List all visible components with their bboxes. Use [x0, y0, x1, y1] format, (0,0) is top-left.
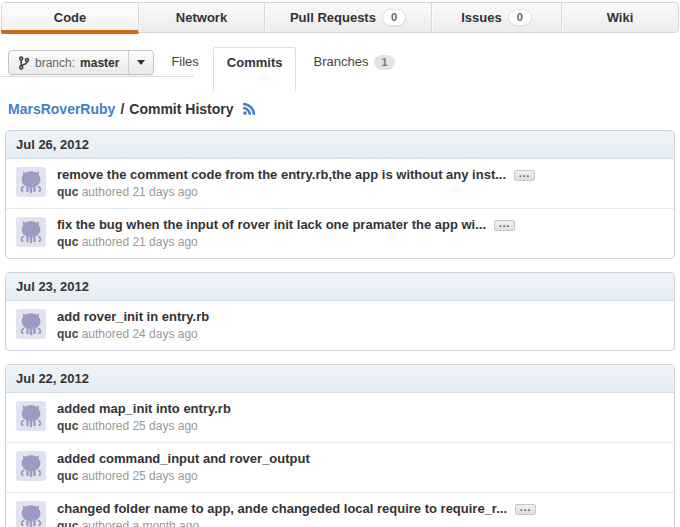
author-avatar[interactable] — [16, 309, 46, 339]
commits-tab-label: Commits — [227, 55, 283, 70]
commit-message-link[interactable]: add rover_init in entry.rb — [57, 309, 209, 324]
tab-pull-requests[interactable]: Pull Requests 0 — [264, 3, 431, 32]
branch-prefix-label: branch: — [35, 56, 75, 70]
repo-name-link[interactable]: MarsRoverRuby — [8, 101, 115, 117]
tab-network-label: Network — [176, 10, 227, 25]
subnav-tab-branches[interactable]: Branches 1 — [313, 47, 394, 77]
commit-meta: authored 21 days ago — [82, 235, 198, 249]
issues-count-badge: 0 — [508, 9, 532, 26]
tab-pull-requests-label: Pull Requests — [290, 10, 376, 25]
commit-row: remove the comment code from the entry.r… — [6, 159, 674, 208]
commit-meta: authored 21 days ago — [82, 185, 198, 199]
commit-message-link[interactable]: changed folder name to app, ande changed… — [57, 501, 507, 516]
commit-meta: authored 24 days ago — [82, 327, 198, 341]
commit-row: fix the bug when the input of rover init… — [6, 208, 674, 258]
commit-author: quc — [57, 419, 78, 433]
tab-issues[interactable]: Issues 0 — [431, 3, 561, 32]
commit-message-link[interactable]: added command_input and rover_output — [57, 451, 310, 466]
commit-author: quc — [57, 469, 78, 483]
commit-group: Jul 22, 2012 added map_init into entry.r… — [5, 364, 675, 527]
repo-tab-bar: Code Network Pull Requests 0 Issues 0 Wi… — [1, 2, 679, 33]
author-avatar[interactable] — [16, 167, 46, 197]
tab-code-label: Code — [54, 10, 87, 25]
branch-switcher-button[interactable]: branch: master — [8, 50, 154, 75]
tab-code[interactable]: Code — [2, 3, 138, 32]
commit-message-link[interactable]: added map_init into entry.rb — [57, 401, 231, 416]
commit-author: quc — [57, 519, 78, 527]
branches-tab-label: Branches — [313, 47, 368, 77]
commit-date-header: Jul 22, 2012 — [6, 365, 674, 393]
commit-group: Jul 26, 2012 remove the comment code fro… — [5, 130, 675, 259]
commit-author: quc — [57, 235, 78, 249]
files-tab-label: Files — [171, 47, 198, 77]
commit-date-header: Jul 23, 2012 — [6, 273, 674, 301]
repo-subnav: branch: master Files Commits Branches 1 — [0, 47, 680, 91]
rss-feed-icon[interactable] — [242, 102, 256, 116]
tab-issues-label: Issues — [461, 10, 501, 25]
commit-row: changed folder name to app, ande changed… — [6, 492, 674, 527]
branch-dropdown-caret[interactable] — [128, 51, 153, 74]
commit-author: quc — [57, 327, 78, 341]
expand-commit-button[interactable]: ... — [494, 220, 515, 231]
commit-row: add rover_init in entry.rb... quc author… — [6, 301, 674, 350]
chevron-down-icon — [137, 60, 145, 65]
commit-row: added command_input and rover_output... … — [6, 442, 674, 492]
tab-network[interactable]: Network — [138, 3, 264, 32]
commit-row: added map_init into entry.rb... quc auth… — [6, 393, 674, 442]
expand-commit-button[interactable]: ... — [514, 170, 535, 181]
pull-requests-count-badge: 0 — [382, 9, 406, 26]
subnav-tab-files[interactable]: Files — [171, 47, 198, 77]
author-avatar[interactable] — [16, 217, 46, 247]
author-avatar[interactable] — [16, 501, 46, 527]
commit-message-link[interactable]: fix the bug when the input of rover init… — [57, 217, 486, 232]
subnav-divider — [0, 76, 194, 77]
commit-meta: authored 25 days ago — [82, 419, 198, 433]
subnav-tab-commits[interactable]: Commits — [213, 47, 297, 91]
author-avatar[interactable] — [16, 401, 46, 431]
commit-group: Jul 23, 2012 add rover_init in entry.rb.… — [5, 272, 675, 351]
commit-meta: authored 25 days ago — [82, 469, 198, 483]
tab-wiki[interactable]: Wiki — [561, 3, 678, 32]
page-title: MarsRoverRuby / Commit History — [8, 101, 680, 117]
tab-wiki-label: Wiki — [607, 10, 634, 25]
commit-date-header: Jul 26, 2012 — [6, 131, 674, 159]
commit-history-label: Commit History — [129, 101, 233, 117]
git-branch-icon — [18, 56, 30, 70]
commit-message-link[interactable]: remove the comment code from the entry.r… — [57, 167, 506, 182]
commit-meta: authored a month ago — [82, 519, 199, 527]
commit-author: quc — [57, 185, 78, 199]
title-separator: / — [120, 101, 124, 117]
current-branch-name: master — [80, 56, 119, 70]
author-avatar[interactable] — [16, 451, 46, 481]
branches-count-badge: 1 — [374, 55, 394, 70]
expand-commit-button[interactable]: ... — [515, 504, 536, 515]
branch-switcher-content: branch: master — [9, 51, 128, 74]
